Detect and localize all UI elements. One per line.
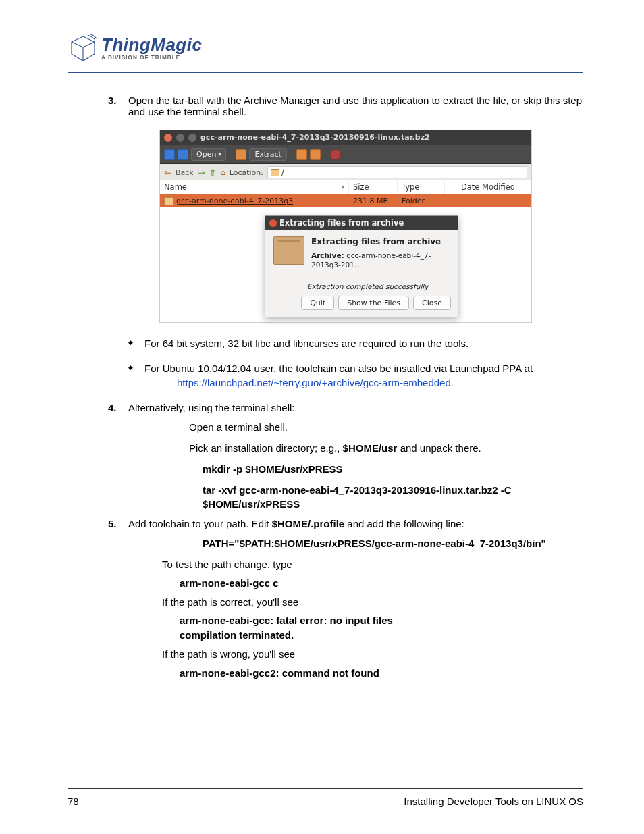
- minimize-icon[interactable]: [176, 134, 184, 142]
- stop-icon[interactable]: [330, 149, 341, 160]
- dialog-archive-line: Archive: gcc-arm-none-eabi-4_7-2013q3-20…: [311, 251, 450, 270]
- row-name: gcc-arm-none-eabi-4_7-2013q3: [176, 197, 293, 205]
- step-4: 4. Alternatively, using the terminal she…: [108, 402, 583, 413]
- chevron-down-icon: ▾: [218, 151, 221, 157]
- thingmagic-logo-icon: [68, 34, 99, 63]
- col-name[interactable]: Name ▾: [160, 180, 349, 194]
- notes-list: For 64 bit system, 32 bit libc and libnc…: [128, 336, 583, 390]
- location-field[interactable]: /: [267, 166, 527, 178]
- logo: ThingMagic A DIVISION OF TRIMBLE: [68, 34, 202, 63]
- step-text: Open the tar-ball with the Archive Manag…: [128, 95, 583, 118]
- extract-button[interactable]: Extract: [249, 148, 286, 161]
- open-button[interactable]: Open ▾: [191, 148, 226, 161]
- col-type[interactable]: Type: [398, 180, 445, 194]
- document-page: ThingMagic A DIVISION OF TRIMBLE 3. Open…: [0, 0, 644, 834]
- show-files-button[interactable]: Show the Files: [338, 296, 409, 310]
- table-row[interactable]: gcc-arm-none-eabi-4_7-2013q3 231.8 MB Fo…: [160, 194, 531, 207]
- back-arrow-icon[interactable]: ⇐: [164, 167, 171, 178]
- maximize-icon[interactable]: [188, 134, 196, 142]
- page-number: 78: [68, 796, 79, 807]
- step-text: Add toolchain to your path. Edit $HOME/.…: [128, 518, 583, 529]
- up-arrow-icon[interactable]: ⇑: [209, 167, 217, 178]
- add-files-icon[interactable]: [236, 149, 246, 160]
- step-3: 3. Open the tar-ball with the Archive Ma…: [108, 95, 583, 118]
- page-content: 3. Open the tar-ball with the Archive Ma…: [68, 95, 583, 680]
- step4-line2: Pick an installation directory; e.g., $H…: [189, 441, 583, 455]
- close-icon[interactable]: [269, 219, 277, 227]
- close-icon[interactable]: [164, 134, 172, 142]
- close-button[interactable]: Close: [413, 296, 451, 310]
- extraction-dialog: Extracting files from archive Extracting…: [265, 215, 458, 317]
- open-label: Open: [196, 150, 216, 159]
- step-5: 5. Add toolchain to your path. Edit $HOM…: [108, 518, 583, 529]
- open-archive-icon[interactable]: [178, 149, 188, 160]
- launchpad-link[interactable]: https://launchpad.net/~terry.guo/+archiv…: [177, 377, 451, 388]
- list-item: For Ubuntu 10.04/12.04 user, the toolcha…: [128, 361, 583, 390]
- folder-icon: [271, 169, 279, 176]
- ok-intro: If the path is correct, you'll see: [162, 595, 583, 610]
- back-label: Back: [176, 168, 194, 177]
- window-title: gcc-arm-none-eabi-4_7-2013q3-20130916-li…: [200, 133, 430, 142]
- new-archive-icon[interactable]: [164, 149, 175, 160]
- location-bar: ⇐ Back ⇒ ⇑ ⌂ Location: /: [160, 164, 531, 180]
- page-footer: 78 Installing Developer Tools on LINUX O…: [68, 788, 583, 807]
- package-icon: [273, 236, 304, 265]
- step4-line1: Open a terminal shell.: [189, 420, 583, 434]
- list-item: For 64 bit system, 32 bit libc and libnc…: [128, 336, 583, 350]
- toolbar-icon-2[interactable]: [310, 149, 321, 160]
- row-type: Folder: [398, 194, 445, 207]
- mkdir-command: mkdir -p $HOME/usr/xPRESS: [203, 462, 583, 476]
- dialog-buttons: Quit Show the Files Close: [265, 296, 458, 317]
- ok-line1: arm-none-eabi-gcc: fatal error: no input…: [180, 613, 583, 628]
- section-title: Installing Developer Tools on LINUX OS: [404, 796, 583, 807]
- col-size[interactable]: Size: [349, 180, 398, 194]
- sort-arrow-icon: ▾: [342, 184, 344, 190]
- test-command: arm-none-eabi-gcc c: [180, 576, 583, 591]
- dialog-title: Extracting files from archive: [279, 218, 404, 228]
- window-toolbar: Open ▾ Extract: [160, 145, 531, 164]
- home-icon[interactable]: ⌂: [220, 167, 225, 177]
- step-number: 4.: [108, 402, 128, 413]
- extract-label: Extract: [254, 150, 281, 159]
- folder-icon: [164, 197, 173, 205]
- bad-intro: If the path is wrong, you'll see: [162, 647, 583, 662]
- logo-subtitle: A DIVISION OF TRIMBLE: [101, 55, 202, 61]
- location-value: /: [281, 167, 284, 177]
- tar-command: tar -xvf gcc-arm-none-eabi-4_7-2013q3-20…: [203, 483, 583, 511]
- step-number: 3.: [108, 95, 128, 118]
- forward-arrow-icon[interactable]: ⇒: [198, 167, 205, 178]
- step-number: 5.: [108, 518, 128, 529]
- dialog-status: Extraction completed successfully: [307, 282, 458, 290]
- location-label: Location:: [230, 168, 263, 177]
- window-titlebar: gcc-arm-none-eabi-4_7-2013q3-20130916-li…: [160, 130, 531, 145]
- dialog-titlebar: Extracting files from archive: [265, 216, 458, 230]
- test-intro: To test the path change, type: [162, 557, 583, 572]
- col-date[interactable]: Date Modified: [445, 180, 531, 194]
- step-text: Alternatively, using the terminal shell:: [128, 402, 583, 413]
- archive-manager-window: gcc-arm-none-eabi-4_7-2013q3-20130916-li…: [159, 130, 532, 323]
- dialog-heading: Extracting files from archive: [311, 236, 450, 248]
- row-date: [445, 194, 531, 207]
- toolbar-icon-1[interactable]: [296, 149, 307, 160]
- row-size: 231.8 MB: [349, 194, 398, 207]
- column-headers: Name ▾ Size Type Date Modified: [160, 180, 531, 194]
- page-header: ThingMagic A DIVISION OF TRIMBLE: [68, 34, 583, 73]
- bad-line: arm-none-eabi-gcc2: command not found: [180, 666, 583, 681]
- quit-button[interactable]: Quit: [301, 296, 334, 310]
- ok-line2: compilation terminated.: [180, 628, 583, 643]
- logo-title: ThingMagic: [101, 36, 202, 53]
- path-line: PATH="$PATH:$HOME/usr/xPRESS/gcc-arm-non…: [203, 536, 583, 550]
